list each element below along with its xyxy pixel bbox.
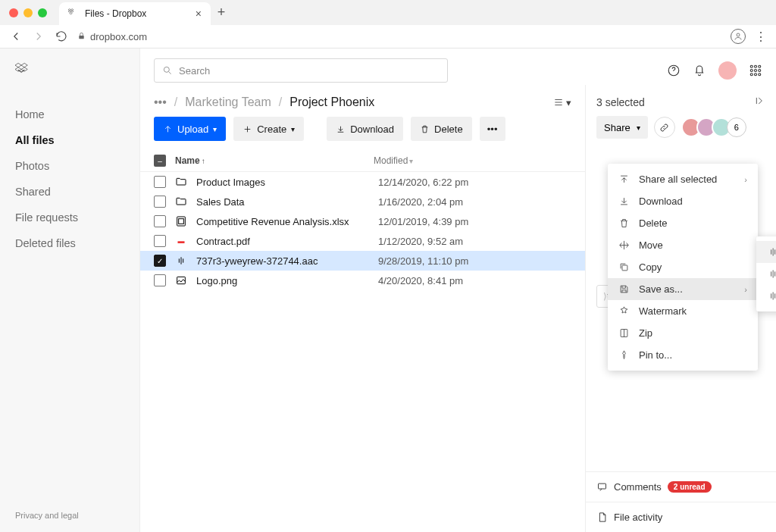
forward-button[interactable] bbox=[32, 30, 45, 43]
close-tab-icon[interactable]: × bbox=[196, 8, 202, 20]
new-tab-button[interactable]: + bbox=[211, 5, 232, 20]
svg-point-11 bbox=[755, 74, 757, 76]
upload-button[interactable]: Upload▾ bbox=[154, 117, 226, 141]
xlsx-icon bbox=[175, 215, 187, 227]
ctx-delete[interactable]: Delete bbox=[608, 212, 758, 234]
table-row[interactable]: Sales Data 1/16/2020, 2:04 pm bbox=[140, 192, 585, 211]
row-checkbox[interactable]: ✓ bbox=[154, 255, 166, 267]
svg-point-12 bbox=[759, 74, 761, 76]
ctx-watermark[interactable]: Watermark bbox=[608, 300, 758, 322]
delete-button[interactable]: Delete bbox=[411, 117, 472, 141]
row-checkbox[interactable] bbox=[154, 196, 166, 208]
row-checkbox[interactable] bbox=[154, 215, 166, 227]
svg-point-1 bbox=[737, 33, 740, 36]
column-modified[interactable]: Modified bbox=[374, 155, 408, 166]
svg-rect-16 bbox=[622, 265, 627, 271]
download-button[interactable]: Download bbox=[327, 117, 403, 141]
folder-icon bbox=[175, 176, 187, 188]
apps-grid-icon[interactable] bbox=[749, 64, 762, 77]
file-name[interactable]: Competitive Revenue Analysis.xlsx bbox=[196, 216, 369, 227]
comments-section[interactable]: Comments 2 unread bbox=[586, 471, 776, 502]
audio-icon bbox=[175, 255, 187, 267]
table-row[interactable]: ✓ 737r3-yweyrew-372744.aac 9/28/2019, 11… bbox=[140, 251, 585, 271]
nav-home[interactable]: Home bbox=[15, 102, 139, 127]
bell-icon[interactable] bbox=[693, 64, 706, 77]
file-activity-section[interactable]: File activity bbox=[586, 502, 776, 532]
minimize-window-icon[interactable] bbox=[23, 8, 33, 17]
ctx-move[interactable]: Move bbox=[608, 234, 758, 256]
ctx-copy[interactable]: Copy bbox=[608, 256, 758, 278]
back-button[interactable] bbox=[9, 30, 23, 43]
file-modified: 4/20/2020, 8:41 pm bbox=[378, 275, 463, 286]
save-as-submenu: MP3 WAV M4A bbox=[756, 236, 776, 311]
ctx-download[interactable]: Download bbox=[608, 190, 758, 212]
table-row[interactable]: Competitive Revenue Analysis.xlsx 12/01/… bbox=[140, 211, 585, 231]
folder-icon bbox=[175, 196, 187, 208]
ctx-pin-to[interactable]: Pin to... bbox=[608, 344, 758, 366]
file-modified: 1/16/2020, 2:04 pm bbox=[378, 196, 463, 208]
ctx-save-as[interactable]: Save as...› bbox=[608, 278, 758, 300]
column-name[interactable]: Name bbox=[175, 155, 200, 166]
privacy-legal-link[interactable]: Privacy and legal bbox=[15, 511, 139, 532]
table-row[interactable]: Product Images 12/14/2020, 6:22 pm bbox=[140, 172, 585, 192]
row-checkbox[interactable] bbox=[154, 235, 166, 247]
ctx-share-all[interactable]: Share all selected› bbox=[608, 168, 758, 190]
more-actions-button[interactable]: ••• bbox=[480, 117, 505, 141]
view-toggle[interactable]: ▾ bbox=[553, 97, 571, 108]
nav-deleted-files[interactable]: Deleted files bbox=[15, 230, 139, 256]
file-name[interactable]: Contract.pdf bbox=[196, 236, 369, 247]
maximize-window-icon[interactable] bbox=[38, 8, 47, 17]
browser-chrome: Files - Dropbox × + dropbox.com ⋮ bbox=[0, 0, 776, 49]
svg-rect-14 bbox=[179, 219, 184, 224]
breadcrumb-folder[interactable]: Marketing Team bbox=[185, 95, 271, 109]
svg-point-6 bbox=[759, 65, 761, 67]
file-name[interactable]: Product Images bbox=[196, 177, 369, 188]
address-bar[interactable]: dropbox.com bbox=[77, 31, 147, 42]
table-header: – Name↑ Modified▾ bbox=[140, 150, 585, 172]
help-icon[interactable] bbox=[667, 64, 681, 77]
svg-point-9 bbox=[759, 70, 761, 72]
svg-point-4 bbox=[750, 65, 753, 67]
tab-title: Files - Dropbox bbox=[85, 8, 146, 19]
file-name[interactable]: Logo.png bbox=[196, 275, 369, 286]
select-all-checkbox[interactable]: – bbox=[154, 155, 166, 167]
nav-file-requests[interactable]: File requests bbox=[15, 205, 139, 230]
search-input[interactable]: Search bbox=[154, 58, 448, 83]
submenu-wav[interactable]: WAV bbox=[756, 263, 776, 285]
copy-link-icon[interactable] bbox=[654, 117, 675, 138]
shared-with-avatars[interactable]: 6 bbox=[681, 117, 746, 137]
ctx-zip[interactable]: Zip bbox=[608, 322, 758, 344]
image-icon bbox=[175, 274, 187, 286]
close-window-icon[interactable] bbox=[9, 8, 18, 17]
share-button[interactable]: Share▾ bbox=[596, 116, 648, 139]
submenu-m4a[interactable]: M4A bbox=[756, 285, 776, 307]
reload-button[interactable] bbox=[55, 30, 68, 43]
nav-photos[interactable]: Photos bbox=[15, 153, 139, 179]
row-checkbox[interactable] bbox=[154, 274, 166, 286]
window-controls[interactable] bbox=[9, 0, 47, 25]
browser-menu-icon[interactable]: ⋮ bbox=[755, 30, 767, 44]
breadcrumb-overflow-icon[interactable]: ••• bbox=[154, 95, 167, 109]
file-name[interactable]: 737r3-yweyrew-372744.aac bbox=[196, 255, 369, 267]
file-modified: 12/01/2019, 4:39 pm bbox=[378, 216, 468, 227]
nav-all-files[interactable]: All files bbox=[15, 127, 139, 153]
svg-rect-0 bbox=[79, 36, 83, 39]
row-checkbox[interactable] bbox=[154, 176, 166, 188]
nav-shared[interactable]: Shared bbox=[15, 179, 139, 205]
svg-point-2 bbox=[164, 67, 169, 72]
url-text: dropbox.com bbox=[90, 31, 147, 42]
browser-tab[interactable]: Files - Dropbox × bbox=[59, 2, 211, 25]
lock-icon bbox=[77, 31, 86, 42]
create-button[interactable]: Create▾ bbox=[233, 117, 304, 141]
user-avatar[interactable] bbox=[718, 61, 737, 80]
expand-panel-icon[interactable] bbox=[755, 95, 765, 108]
table-row[interactable]: Logo.png 4/20/2020, 8:41 pm bbox=[140, 271, 585, 290]
submenu-mp3[interactable]: MP3 bbox=[756, 241, 776, 263]
avatar-overflow-count[interactable]: 6 bbox=[727, 117, 746, 137]
profile-icon[interactable] bbox=[731, 29, 746, 44]
table-row[interactable]: ▬ Contract.pdf 1/12/2020, 9:52 am bbox=[140, 231, 585, 251]
svg-point-7 bbox=[750, 70, 753, 72]
dropbox-logo[interactable] bbox=[15, 62, 36, 83]
sidebar: Home All files Photos Shared File reques… bbox=[0, 49, 139, 532]
file-name[interactable]: Sales Data bbox=[196, 196, 369, 208]
